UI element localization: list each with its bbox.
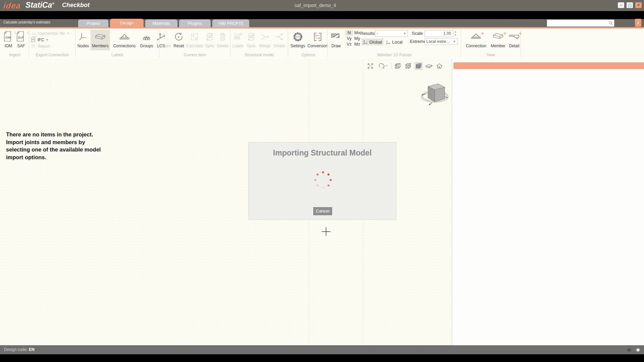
ribbon-divider <box>159 30 159 57</box>
export-report-button: Report <box>31 43 69 49</box>
clipping-plane-icon[interactable] <box>425 62 433 70</box>
zoom-fit-icon[interactable] <box>366 62 374 70</box>
new-detail-button[interactable]: + Detail <box>508 29 521 50</box>
design-code: Design code:EN <box>4 345 35 354</box>
scale-stepper[interactable]: ▲▼ <box>453 30 458 37</box>
group-label-structural-model: Structural model <box>231 53 287 57</box>
group-new: + Connection + Member + Detail <box>464 29 521 50</box>
results-dropdown[interactable]: -▼ <box>375 30 408 37</box>
new-member-button[interactable]: + Member <box>489 29 507 50</box>
import-saf-button[interactable]: SAF↓ SAF <box>15 29 27 50</box>
solid-view-icon[interactable] <box>415 62 423 70</box>
import-progress-dialog: Importing Structural Model Cancel <box>248 142 396 220</box>
force-toggle-my[interactable]: My <box>354 36 361 41</box>
local-axes-button[interactable]: Local <box>384 39 404 45</box>
draw-diagram-icon <box>331 33 341 41</box>
divide-icon <box>274 33 284 41</box>
force-toggle-vy[interactable]: Vy <box>345 36 353 41</box>
maximize-button[interactable]: ▢ <box>627 2 633 8</box>
hidden-line-view-icon[interactable] <box>404 62 412 70</box>
options-settings-button[interactable]: </> Settings <box>289 29 307 50</box>
members-icon <box>94 32 106 42</box>
brand-tagline: Calculate yesterday's estimates <box>3 20 50 24</box>
minimize-button[interactable]: ─ <box>618 2 624 8</box>
group-label-import: Import <box>3 53 27 57</box>
design-code-value: EN <box>29 347 35 352</box>
close-button[interactable]: ✕ <box>635 2 642 8</box>
ribbon-divider <box>461 30 461 57</box>
right-panel-header[interactable] <box>453 62 644 69</box>
tab-plugins[interactable]: Plugins <box>179 19 211 27</box>
home-view-icon[interactable] <box>435 62 443 70</box>
group-label-current-item: Current item <box>160 53 229 57</box>
group-export-connection: Connection file▼ IFC ↑ IFC▼ Report <box>31 30 69 49</box>
tab-materials[interactable]: Materials <box>145 19 177 27</box>
results-label: Results <box>360 31 375 36</box>
tab-hilti-profis[interactable]: Hilti PROFIS <box>212 19 249 27</box>
nodes-icon <box>78 32 88 42</box>
right-panel <box>452 59 644 345</box>
group-import: IOM↓ IOM SAF↓ SAF <box>3 29 27 50</box>
plug-connected-icon[interactable] <box>634 348 641 352</box>
sync-icon <box>205 32 215 42</box>
global-axes-icon <box>363 40 368 45</box>
new-connection-button[interactable]: + Connection <box>464 29 488 50</box>
svg-text:IFC: IFC <box>32 39 35 41</box>
chevron-down-icon: ▼ <box>403 32 406 35</box>
cancel-button[interactable]: Cancel <box>313 207 332 215</box>
ribbon-divider <box>230 30 230 57</box>
chevron-down-icon: ▼ <box>453 40 456 43</box>
search-box <box>547 19 614 27</box>
calculate-icon <box>190 32 199 42</box>
group-structural-model: Loads Sync Merge Divide <box>231 29 286 50</box>
window-title: saf_import_demo_4 <box>272 3 359 8</box>
loads-icon <box>233 32 243 42</box>
scale-input[interactable] <box>426 31 452 36</box>
labels-groups-button[interactable]: Groups <box>139 29 154 50</box>
dialog-title: Importing Structural Model <box>249 148 396 158</box>
info-button[interactable]: i <box>635 19 641 27</box>
idea-logo: idea <box>3 1 21 10</box>
ribbon-divider <box>288 30 288 57</box>
scale-input-box <box>425 30 453 37</box>
structural-sync-button: Sync <box>245 29 258 50</box>
product-name: Checkbot <box>62 2 90 9</box>
titlebar: idea StatiCa® Checkbot saf_import_demo_4… <box>0 0 644 11</box>
orbit-icon[interactable] <box>377 62 389 70</box>
current-calculate-button: Calculate <box>186 29 203 50</box>
labels-connections-button[interactable]: Connections <box>111 29 138 50</box>
options-conversion-button[interactable]: Conversion <box>307 29 328 50</box>
extreme-label: Extreme <box>410 39 426 44</box>
ribbon-divider <box>521 30 521 57</box>
sync-icon <box>246 32 256 42</box>
plus-icon: + <box>481 31 484 37</box>
force-toggle-n[interactable]: N <box>345 30 353 36</box>
new-connection-icon <box>470 32 482 41</box>
tab-design[interactable]: Design <box>110 19 144 27</box>
view-cube[interactable] <box>419 79 450 107</box>
plus-icon: + <box>503 31 506 37</box>
search-input[interactable] <box>548 20 607 26</box>
wireframe-view-icon[interactable] <box>394 62 402 70</box>
force-toggle-mz[interactable]: Mz <box>354 42 361 47</box>
report-icon <box>31 44 36 49</box>
current-reset-button[interactable]: Reset <box>172 29 185 50</box>
plug-disconnected-icon[interactable] <box>627 348 633 352</box>
export-ifc-button[interactable]: IFC ↑ IFC▼ <box>31 37 69 43</box>
local-axes-icon <box>386 40 391 45</box>
connections-icon <box>119 33 130 41</box>
status-bar: Design code:EN <box>0 345 644 354</box>
tab-project[interactable]: Project <box>78 19 108 27</box>
forces-draw-button[interactable]: Draw <box>329 29 343 50</box>
force-toggle-vz[interactable]: Vz <box>345 42 353 47</box>
global-axes-button[interactable]: Global <box>362 39 383 45</box>
labels-nodes-button[interactable]: Nodes <box>76 29 90 50</box>
registered-mark: ® <box>52 2 54 5</box>
extreme-dropdown[interactable]: Local extre...▼ <box>425 38 458 45</box>
import-iom-button[interactable]: IOM↓ IOM <box>3 29 14 50</box>
saf-file-icon: SAF↓ <box>16 31 26 43</box>
labels-members-button[interactable]: Members <box>91 29 110 50</box>
group-label-options: Options <box>289 53 327 57</box>
iom-file-icon: IOM↓ <box>3 31 13 43</box>
force-toggle-mx[interactable]: Mx <box>354 30 361 36</box>
